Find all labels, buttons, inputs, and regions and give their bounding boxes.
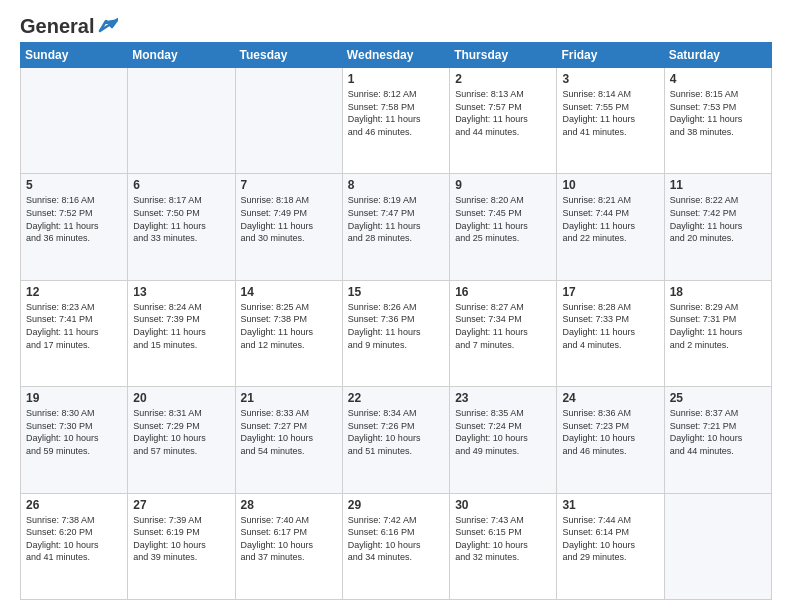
weekday-header-thursday: Thursday <box>450 43 557 68</box>
day-cell: 22Sunrise: 8:34 AM Sunset: 7:26 PM Dayli… <box>342 387 449 493</box>
day-info: Sunrise: 8:23 AM Sunset: 7:41 PM Dayligh… <box>26 301 122 351</box>
day-number: 2 <box>455 72 551 86</box>
day-number: 9 <box>455 178 551 192</box>
day-cell: 14Sunrise: 8:25 AM Sunset: 7:38 PM Dayli… <box>235 280 342 386</box>
week-row-2: 5Sunrise: 8:16 AM Sunset: 7:52 PM Daylig… <box>21 174 772 280</box>
day-info: Sunrise: 8:15 AM Sunset: 7:53 PM Dayligh… <box>670 88 766 138</box>
weekday-header-sunday: Sunday <box>21 43 128 68</box>
day-number: 28 <box>241 498 337 512</box>
day-info: Sunrise: 8:24 AM Sunset: 7:39 PM Dayligh… <box>133 301 229 351</box>
day-cell: 4Sunrise: 8:15 AM Sunset: 7:53 PM Daylig… <box>664 68 771 174</box>
week-row-5: 26Sunrise: 7:38 AM Sunset: 6:20 PM Dayli… <box>21 493 772 599</box>
day-number: 19 <box>26 391 122 405</box>
day-number: 20 <box>133 391 229 405</box>
day-cell: 17Sunrise: 8:28 AM Sunset: 7:33 PM Dayli… <box>557 280 664 386</box>
day-number: 4 <box>670 72 766 86</box>
day-number: 1 <box>348 72 444 86</box>
day-info: Sunrise: 7:42 AM Sunset: 6:16 PM Dayligh… <box>348 514 444 564</box>
day-cell: 9Sunrise: 8:20 AM Sunset: 7:45 PM Daylig… <box>450 174 557 280</box>
day-info: Sunrise: 7:39 AM Sunset: 6:19 PM Dayligh… <box>133 514 229 564</box>
day-cell: 11Sunrise: 8:22 AM Sunset: 7:42 PM Dayli… <box>664 174 771 280</box>
day-info: Sunrise: 8:37 AM Sunset: 7:21 PM Dayligh… <box>670 407 766 457</box>
day-cell: 26Sunrise: 7:38 AM Sunset: 6:20 PM Dayli… <box>21 493 128 599</box>
day-number: 3 <box>562 72 658 86</box>
page: General SundayMondayTuesdayWednesdayThur… <box>0 0 792 612</box>
day-cell <box>128 68 235 174</box>
day-cell: 15Sunrise: 8:26 AM Sunset: 7:36 PM Dayli… <box>342 280 449 386</box>
day-info: Sunrise: 8:22 AM Sunset: 7:42 PM Dayligh… <box>670 194 766 244</box>
day-info: Sunrise: 7:40 AM Sunset: 6:17 PM Dayligh… <box>241 514 337 564</box>
day-info: Sunrise: 8:25 AM Sunset: 7:38 PM Dayligh… <box>241 301 337 351</box>
day-info: Sunrise: 8:34 AM Sunset: 7:26 PM Dayligh… <box>348 407 444 457</box>
day-info: Sunrise: 8:26 AM Sunset: 7:36 PM Dayligh… <box>348 301 444 351</box>
weekday-header-wednesday: Wednesday <box>342 43 449 68</box>
day-number: 31 <box>562 498 658 512</box>
day-cell: 16Sunrise: 8:27 AM Sunset: 7:34 PM Dayli… <box>450 280 557 386</box>
day-info: Sunrise: 8:31 AM Sunset: 7:29 PM Dayligh… <box>133 407 229 457</box>
day-number: 25 <box>670 391 766 405</box>
day-cell: 19Sunrise: 8:30 AM Sunset: 7:30 PM Dayli… <box>21 387 128 493</box>
day-cell: 8Sunrise: 8:19 AM Sunset: 7:47 PM Daylig… <box>342 174 449 280</box>
day-number: 14 <box>241 285 337 299</box>
week-row-1: 1Sunrise: 8:12 AM Sunset: 7:58 PM Daylig… <box>21 68 772 174</box>
day-number: 22 <box>348 391 444 405</box>
day-cell: 6Sunrise: 8:17 AM Sunset: 7:50 PM Daylig… <box>128 174 235 280</box>
header: General <box>20 16 772 32</box>
day-info: Sunrise: 8:13 AM Sunset: 7:57 PM Dayligh… <box>455 88 551 138</box>
day-cell <box>664 493 771 599</box>
day-cell: 18Sunrise: 8:29 AM Sunset: 7:31 PM Dayli… <box>664 280 771 386</box>
day-cell <box>235 68 342 174</box>
day-info: Sunrise: 8:20 AM Sunset: 7:45 PM Dayligh… <box>455 194 551 244</box>
logo: General <box>20 16 118 32</box>
day-cell: 30Sunrise: 7:43 AM Sunset: 6:15 PM Dayli… <box>450 493 557 599</box>
day-number: 27 <box>133 498 229 512</box>
day-cell: 7Sunrise: 8:18 AM Sunset: 7:49 PM Daylig… <box>235 174 342 280</box>
day-cell: 28Sunrise: 7:40 AM Sunset: 6:17 PM Dayli… <box>235 493 342 599</box>
day-number: 18 <box>670 285 766 299</box>
day-cell <box>21 68 128 174</box>
day-cell: 31Sunrise: 7:44 AM Sunset: 6:14 PM Dayli… <box>557 493 664 599</box>
day-cell: 29Sunrise: 7:42 AM Sunset: 6:16 PM Dayli… <box>342 493 449 599</box>
day-number: 16 <box>455 285 551 299</box>
day-info: Sunrise: 7:38 AM Sunset: 6:20 PM Dayligh… <box>26 514 122 564</box>
day-cell: 27Sunrise: 7:39 AM Sunset: 6:19 PM Dayli… <box>128 493 235 599</box>
day-number: 23 <box>455 391 551 405</box>
day-cell: 23Sunrise: 8:35 AM Sunset: 7:24 PM Dayli… <box>450 387 557 493</box>
day-number: 11 <box>670 178 766 192</box>
day-number: 7 <box>241 178 337 192</box>
day-cell: 20Sunrise: 8:31 AM Sunset: 7:29 PM Dayli… <box>128 387 235 493</box>
day-number: 21 <box>241 391 337 405</box>
day-cell: 12Sunrise: 8:23 AM Sunset: 7:41 PM Dayli… <box>21 280 128 386</box>
day-cell: 13Sunrise: 8:24 AM Sunset: 7:39 PM Dayli… <box>128 280 235 386</box>
day-info: Sunrise: 8:29 AM Sunset: 7:31 PM Dayligh… <box>670 301 766 351</box>
day-info: Sunrise: 8:27 AM Sunset: 7:34 PM Dayligh… <box>455 301 551 351</box>
day-number: 30 <box>455 498 551 512</box>
day-info: Sunrise: 8:16 AM Sunset: 7:52 PM Dayligh… <box>26 194 122 244</box>
logo-bird-icon <box>96 17 118 35</box>
day-number: 24 <box>562 391 658 405</box>
day-number: 5 <box>26 178 122 192</box>
day-cell: 2Sunrise: 8:13 AM Sunset: 7:57 PM Daylig… <box>450 68 557 174</box>
day-info: Sunrise: 8:17 AM Sunset: 7:50 PM Dayligh… <box>133 194 229 244</box>
day-cell: 10Sunrise: 8:21 AM Sunset: 7:44 PM Dayli… <box>557 174 664 280</box>
weekday-header-row: SundayMondayTuesdayWednesdayThursdayFrid… <box>21 43 772 68</box>
calendar-table: SundayMondayTuesdayWednesdayThursdayFrid… <box>20 42 772 600</box>
weekday-header-monday: Monday <box>128 43 235 68</box>
day-cell: 1Sunrise: 8:12 AM Sunset: 7:58 PM Daylig… <box>342 68 449 174</box>
day-info: Sunrise: 8:36 AM Sunset: 7:23 PM Dayligh… <box>562 407 658 457</box>
day-cell: 21Sunrise: 8:33 AM Sunset: 7:27 PM Dayli… <box>235 387 342 493</box>
day-number: 17 <box>562 285 658 299</box>
day-number: 12 <box>26 285 122 299</box>
week-row-4: 19Sunrise: 8:30 AM Sunset: 7:30 PM Dayli… <box>21 387 772 493</box>
day-info: Sunrise: 8:12 AM Sunset: 7:58 PM Dayligh… <box>348 88 444 138</box>
day-cell: 3Sunrise: 8:14 AM Sunset: 7:55 PM Daylig… <box>557 68 664 174</box>
day-number: 10 <box>562 178 658 192</box>
logo-general: General <box>20 16 94 36</box>
day-info: Sunrise: 8:19 AM Sunset: 7:47 PM Dayligh… <box>348 194 444 244</box>
day-info: Sunrise: 8:14 AM Sunset: 7:55 PM Dayligh… <box>562 88 658 138</box>
day-info: Sunrise: 7:44 AM Sunset: 6:14 PM Dayligh… <box>562 514 658 564</box>
day-number: 29 <box>348 498 444 512</box>
day-number: 26 <box>26 498 122 512</box>
weekday-header-friday: Friday <box>557 43 664 68</box>
day-cell: 5Sunrise: 8:16 AM Sunset: 7:52 PM Daylig… <box>21 174 128 280</box>
